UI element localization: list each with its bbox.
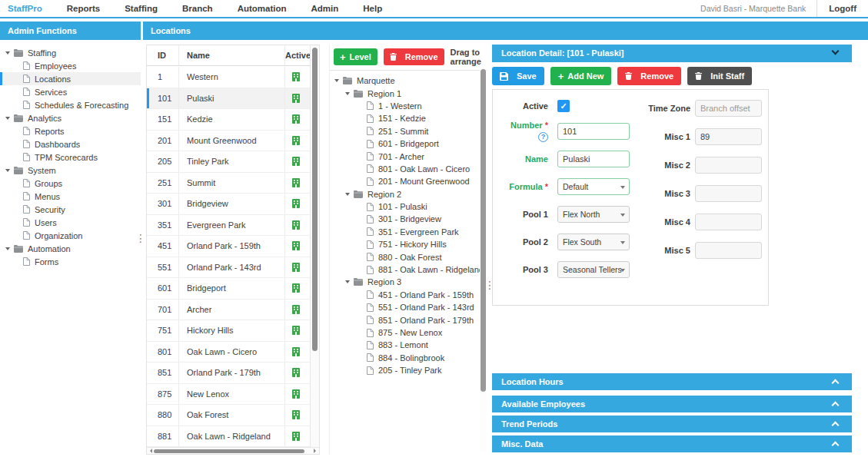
sidebar-item-tpm-scorecards[interactable]: TPM Scorecards bbox=[0, 151, 141, 164]
table-row-251[interactable]: 251Summit bbox=[147, 173, 319, 194]
nav-item-reports[interactable]: Reports bbox=[55, 4, 112, 13]
org-item-601-bridgeport[interactable]: 601 - Bridgeport bbox=[333, 137, 487, 150]
pool3-select[interactable]: Seasonal Tellers bbox=[557, 261, 630, 278]
org-item-875-new-lenox[interactable]: 875 - New Lenox bbox=[333, 326, 487, 339]
table-row-301[interactable]: 301Bridgeview bbox=[147, 194, 319, 215]
table-row-551[interactable]: 551Orland Park - 143rd bbox=[147, 257, 319, 279]
nav-item-automation[interactable]: Automation bbox=[225, 4, 299, 13]
table-row-881[interactable]: 881Oak Lawn - Ridgeland bbox=[147, 426, 319, 448]
sidebar-item-dashboards[interactable]: Dashboards bbox=[0, 137, 141, 151]
sidebar-item-forms[interactable]: Forms bbox=[0, 255, 141, 268]
sidebar-item-schedules-forecasting[interactable]: Schedules & Forecasting bbox=[0, 98, 141, 111]
misc4-input[interactable] bbox=[695, 214, 762, 230]
nav-item-branch[interactable]: Branch bbox=[170, 4, 225, 13]
org-item-880-oak-forest[interactable]: 880 - Oak Forest bbox=[333, 250, 487, 263]
caret-down-icon[interactable] bbox=[345, 193, 350, 196]
tree-vertical-scrollbar[interactable] bbox=[480, 68, 487, 452]
sidebar-item-groups[interactable]: Groups bbox=[0, 177, 141, 190]
scrollbar-thumb[interactable] bbox=[312, 48, 318, 351]
number-input[interactable] bbox=[557, 123, 630, 140]
org-folder-region-1[interactable]: Region 1 bbox=[333, 87, 487, 99]
table-row-451[interactable]: 451Orland Park - 159th bbox=[147, 236, 319, 257]
caret-down-icon[interactable] bbox=[345, 92, 350, 95]
section-bar-location-hours[interactable]: Location Hours bbox=[492, 373, 852, 390]
section-bar-available-employees[interactable]: Available Employees bbox=[492, 396, 852, 412]
caret-down-icon[interactable] bbox=[5, 169, 10, 172]
add-level-button[interactable]: + Level bbox=[334, 48, 377, 65]
org-item-101-pulaski[interactable]: 101 - Pulaski bbox=[333, 200, 487, 213]
org-item-551-orland-park-143rd[interactable]: 551 - Orland Park - 143rd bbox=[333, 301, 487, 313]
misc3-input[interactable] bbox=[695, 185, 762, 202]
org-item-451-orland-park-159th[interactable]: 451 - Orland Park - 159th bbox=[333, 289, 487, 301]
misc1-input[interactable] bbox=[695, 128, 762, 145]
app-logo[interactable]: StaffPro bbox=[0, 4, 55, 13]
table-row-151[interactable]: 151Kedzie bbox=[147, 109, 319, 131]
table-row-801[interactable]: 801Oak Lawn - Cicero bbox=[147, 342, 319, 363]
column-header-name[interactable]: Name bbox=[179, 45, 285, 65]
org-item-301-bridgeview[interactable]: 301 - Bridgeview bbox=[333, 213, 487, 225]
sidebar-item-employees[interactable]: Employees bbox=[0, 59, 141, 72]
sidebar-item-locations[interactable]: Locations bbox=[0, 72, 141, 85]
table-row-851[interactable]: 851Orland Park - 179th bbox=[147, 363, 319, 384]
help-icon[interactable]: ? bbox=[538, 132, 548, 142]
location-detail-header[interactable]: Location Detail: [101 - Pulaski] bbox=[492, 45, 852, 62]
org-folder-region-3[interactable]: Region 3 bbox=[333, 276, 487, 288]
nav-item-staffing[interactable]: Staffing bbox=[112, 4, 170, 13]
scrollbar-thumb[interactable] bbox=[481, 69, 486, 392]
sidebar-folder-system[interactable]: System bbox=[0, 164, 141, 177]
init-staff-button[interactable]: Init Staff bbox=[687, 67, 752, 85]
scrollbar-thumb[interactable] bbox=[154, 449, 304, 453]
pool2-select[interactable]: Flex South bbox=[557, 233, 630, 250]
scroll-left-arrow-icon[interactable] bbox=[148, 449, 152, 453]
caret-down-icon[interactable] bbox=[334, 79, 339, 82]
sidebar-item-menus[interactable]: Menus bbox=[0, 190, 141, 203]
table-horizontal-scrollbar[interactable] bbox=[147, 447, 319, 454]
column-header-id[interactable]: ID bbox=[147, 45, 179, 65]
add-new-button[interactable]: + Add New bbox=[550, 67, 612, 85]
remove-level-button[interactable]: Remove bbox=[384, 48, 444, 65]
caret-down-icon[interactable] bbox=[5, 117, 10, 120]
org-item-851-orland-park-179th[interactable]: 851 - Orland Park - 179th bbox=[333, 313, 487, 326]
org-item-251-summit[interactable]: 251 - Summit bbox=[333, 125, 487, 137]
org-folder-marquette[interactable]: Marquette bbox=[333, 75, 487, 87]
scroll-right-arrow-icon[interactable] bbox=[314, 449, 318, 453]
sidebar-folder-staffing[interactable]: Staffing bbox=[0, 46, 141, 59]
table-row-880[interactable]: 880Oak Forest bbox=[147, 405, 319, 426]
table-row-751[interactable]: 751Hickory Hills bbox=[147, 320, 319, 342]
table-row-101[interactable]: 101Pulaski bbox=[147, 88, 319, 110]
org-item-884-bolingbrook[interactable]: 884 - Bolingbrook bbox=[333, 352, 487, 364]
remove-button[interactable]: Remove bbox=[617, 67, 681, 85]
org-item-881-oak-lawn-ridgeland[interactable]: 881 - Oak Lawn - Ridgeland bbox=[333, 263, 487, 276]
org-item-201-mount-greenwood[interactable]: 201 - Mount Greenwood bbox=[333, 175, 487, 187]
active-checkbox[interactable]: ✓ bbox=[557, 100, 570, 112]
org-item-1-western[interactable]: 1 - Western bbox=[333, 100, 487, 112]
nav-item-admin[interactable]: Admin bbox=[299, 4, 351, 13]
misc2-input[interactable] bbox=[695, 157, 762, 174]
table-row-201[interactable]: 201Mount Greenwood bbox=[147, 131, 319, 152]
table-vertical-scrollbar[interactable] bbox=[310, 45, 319, 447]
column-header-active[interactable]: Active bbox=[285, 45, 311, 65]
sidebar-item-reports[interactable]: Reports bbox=[0, 124, 141, 137]
table-row-701[interactable]: 701Archer bbox=[147, 300, 319, 321]
org-folder-region-2[interactable]: Region 2 bbox=[333, 188, 487, 200]
org-item-151-kedzie[interactable]: 151 - Kedzie bbox=[333, 112, 487, 124]
table-row-1[interactable]: 1Western bbox=[147, 67, 319, 88]
org-item-351-evergreen-park[interactable]: 351 - Evergreen Park bbox=[333, 226, 487, 238]
org-item-751-hickory-hills[interactable]: 751 - Hickory Hills bbox=[333, 238, 487, 250]
name-input[interactable] bbox=[557, 151, 630, 167]
org-item-883-lemont[interactable]: 883 - Lemont bbox=[333, 339, 487, 351]
section-bar-trend-periods[interactable]: Trend Periods bbox=[492, 416, 852, 432]
caret-down-icon[interactable] bbox=[345, 280, 350, 283]
sidebar-item-organization[interactable]: Organization bbox=[0, 229, 141, 242]
table-row-875[interactable]: 875New Lenox bbox=[147, 384, 319, 406]
table-row-351[interactable]: 351Evergreen Park bbox=[147, 215, 319, 237]
sidebar-folder-automation[interactable]: Automation bbox=[0, 242, 141, 255]
sidebar-item-services[interactable]: Services bbox=[0, 85, 141, 98]
logoff-button[interactable]: Logoff bbox=[816, 0, 868, 17]
caret-down-icon[interactable] bbox=[5, 51, 10, 55]
nav-item-help[interactable]: Help bbox=[351, 4, 394, 13]
caret-down-icon[interactable] bbox=[5, 247, 10, 250]
sidebar-item-users[interactable]: Users bbox=[0, 216, 141, 229]
sidebar-item-security[interactable]: Security bbox=[0, 203, 141, 216]
table-row-205[interactable]: 205Tinley Park bbox=[147, 151, 319, 173]
